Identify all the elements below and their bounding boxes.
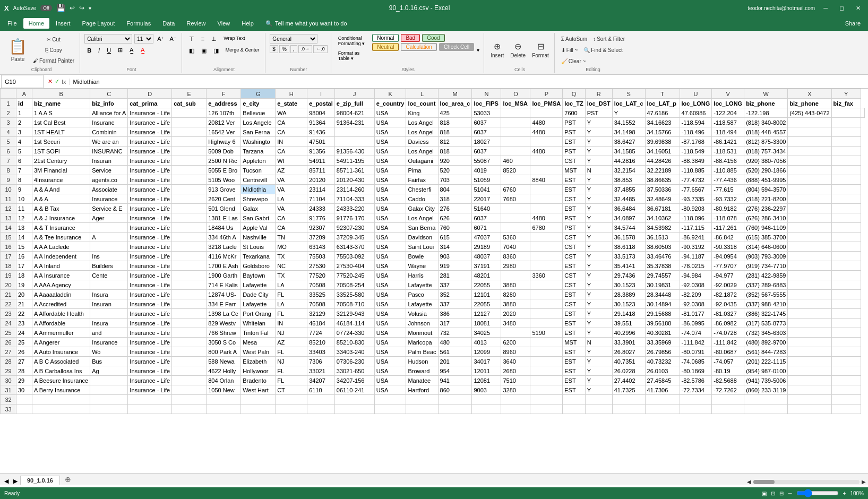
cell-K9[interactable]: USA <box>374 175 406 185</box>
cell-A20[interactable]: 19 <box>16 280 32 290</box>
cell-I1[interactable]: e_postal <box>307 99 335 108</box>
cell-N25[interactable]: 34025 <box>472 328 501 338</box>
cell-F33[interactable] <box>207 405 241 414</box>
cell-W2[interactable]: -122.198 <box>744 108 788 118</box>
cell-A2[interactable]: 1 <box>16 108 32 118</box>
cell-M9[interactable]: 703 <box>438 175 472 185</box>
col-header-H[interactable]: H <box>276 89 307 99</box>
cell-X24[interactable] <box>788 319 831 328</box>
cell-M22[interactable]: 337 <box>438 299 472 309</box>
cell-I14[interactable]: 92307 <box>307 223 335 233</box>
cell-B11[interactable]: A & A <box>32 194 90 204</box>
cell-X4[interactable] <box>788 127 831 137</box>
cell-G20[interactable]: Lafayette <box>241 280 276 290</box>
cell-C21[interactable]: Insura <box>90 290 128 299</box>
cell-S20[interactable]: 30.1523 <box>612 280 645 290</box>
cell-H9[interactable]: VA <box>276 175 307 185</box>
increase-decimal-btn[interactable]: .0→ <box>298 45 313 53</box>
cell-M28[interactable]: 201 <box>438 357 472 366</box>
cell-C18[interactable]: Builders <box>90 261 128 271</box>
cell-S2[interactable]: Y <box>612 108 645 118</box>
sheet-tab-1[interactable]: 90_1.0.16 <box>20 476 60 485</box>
cell-U18[interactable]: -78.0215 <box>680 261 712 271</box>
clear-btn[interactable]: 🧹 Clear ~ <box>559 56 588 66</box>
cell-P14[interactable]: 6780 <box>530 223 563 233</box>
cell-U6[interactable]: -118.549 <box>680 147 712 156</box>
cell-B10[interactable]: A & A And <box>32 185 90 194</box>
cell-A16[interactable]: 15 <box>16 242 32 252</box>
cell-D16[interactable]: Insurance - Life <box>128 242 172 252</box>
cell-U10[interactable]: -77.6567 <box>680 185 712 194</box>
cell-V7[interactable]: -88.4156 <box>712 156 744 166</box>
cell-C28[interactable]: Bus <box>90 357 128 366</box>
cell-B17[interactable]: A A Independent <box>32 252 90 261</box>
cell-S29[interactable]: 26.0228 <box>612 366 645 376</box>
cell-W7[interactable]: (920) 380-7056 <box>744 156 788 166</box>
cell-F1[interactable]: e_address <box>207 99 241 108</box>
font-shrink-btn[interactable]: A⁻ <box>168 35 178 44</box>
cell-V6[interactable]: -118.531 <box>712 147 744 156</box>
cell-F29[interactable]: 4622 Holly <box>207 366 241 376</box>
cell-D21[interactable]: Insurance - Life <box>128 290 172 299</box>
cell-M23[interactable]: 386 <box>438 309 472 319</box>
cell-P28[interactable] <box>530 357 563 366</box>
cell-H21[interactable]: FL <box>276 290 307 299</box>
cell-P4[interactable]: 4480 <box>530 127 563 137</box>
cell-O26[interactable]: 6200 <box>501 338 530 347</box>
cell-H2[interactable]: WA <box>276 108 307 118</box>
cell-H28[interactable]: NJ <box>276 357 307 366</box>
cell-K14[interactable]: USA <box>374 223 406 233</box>
cell-M19[interactable]: 281 <box>438 271 472 280</box>
cell-T29[interactable]: 26.0103 <box>645 366 680 376</box>
cell-N22[interactable]: 22055 <box>472 299 501 309</box>
cell-R21[interactable]: Y <box>585 290 612 299</box>
cell-M13[interactable]: 626 <box>438 213 472 223</box>
cell-T28[interactable]: 40.73232 <box>645 357 680 366</box>
cell-J18[interactable]: 27530-404 <box>334 261 374 271</box>
cell-R30[interactable]: Y <box>585 376 612 385</box>
cell-G2[interactable]: Bellevue <box>241 108 276 118</box>
cell-D18[interactable]: Insurance - Life <box>128 261 172 271</box>
cell-L31[interactable]: Hartford <box>406 385 438 395</box>
cell-I15[interactable]: 37209 <box>307 233 335 242</box>
cell-A3[interactable]: 2 <box>16 118 32 127</box>
cell-O14[interactable] <box>501 223 530 233</box>
cell-Y11[interactable] <box>831 194 861 204</box>
cell-X29[interactable] <box>788 366 831 376</box>
cell-W13[interactable]: (626) 286-3410 <box>744 213 788 223</box>
cell-O3[interactable] <box>501 118 530 127</box>
cell-I32[interactable] <box>307 395 335 405</box>
cell-A12[interactable]: 11 <box>16 204 32 213</box>
cell-N11[interactable]: 22017 <box>472 194 501 204</box>
cell-K21[interactable]: USA <box>374 290 406 299</box>
cell-D27[interactable]: Insurance - Life <box>128 347 172 357</box>
insert-function-btn[interactable]: fx <box>62 79 66 85</box>
col-header-G[interactable]: G <box>241 89 276 99</box>
cell-L2[interactable]: King <box>406 108 438 118</box>
cell-X16[interactable] <box>788 242 831 252</box>
cell-N7[interactable]: 55087 <box>472 156 501 166</box>
cell-G17[interactable]: Texarkana <box>241 252 276 261</box>
cell-X13[interactable] <box>788 213 831 223</box>
cell-I5[interactable]: 47501 <box>307 137 335 147</box>
style-good-btn[interactable]: Good <box>422 34 444 42</box>
cell-B26[interactable]: A Angerer <box>32 338 90 347</box>
cell-P31[interactable] <box>530 385 563 395</box>
cell-T19[interactable]: 29.74557 <box>645 271 680 280</box>
cell-H20[interactable]: LA <box>276 280 307 290</box>
cell-V25[interactable]: -74.0728 <box>712 328 744 338</box>
cell-N15[interactable]: 47037 <box>472 233 501 242</box>
cell-G16[interactable]: St Louis <box>241 242 276 252</box>
font-name-select[interactable]: Calibri <box>84 34 132 44</box>
cell-L33[interactable] <box>406 405 438 414</box>
format-btn[interactable]: ⊟ Format <box>530 37 551 63</box>
save-icon[interactable]: 💾 <box>56 4 65 12</box>
cell-O32[interactable] <box>501 395 530 405</box>
cell-P23[interactable] <box>530 309 563 319</box>
cell-N1[interactable]: loc_FIPS <box>472 99 501 108</box>
cell-O30[interactable]: 7510 <box>501 376 530 385</box>
cell-M16[interactable]: 314 <box>438 242 472 252</box>
cell-J28[interactable]: 07306-230 <box>334 357 374 366</box>
cell-I4[interactable]: 91436 <box>307 127 335 137</box>
cell-P1[interactable]: loc_PMSA <box>530 99 563 108</box>
